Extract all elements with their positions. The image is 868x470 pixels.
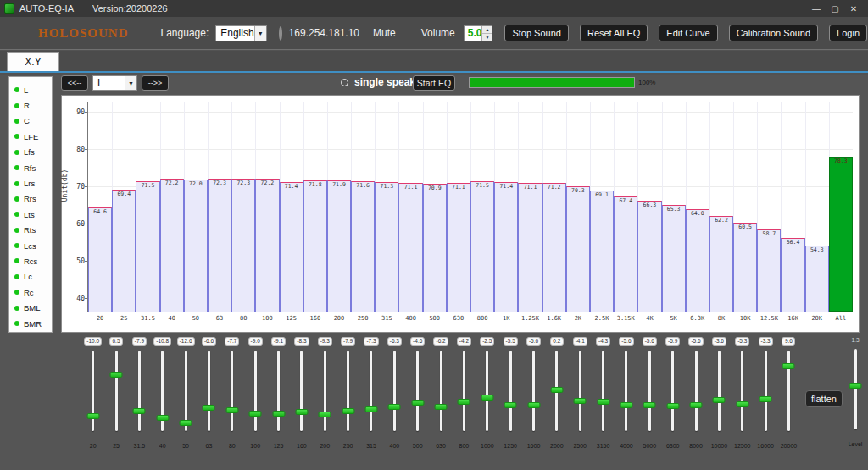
slider-knob[interactable]: [481, 395, 493, 401]
slider-knob[interactable]: [364, 406, 377, 412]
slider-track[interactable]: [393, 351, 396, 431]
slider-track[interactable]: [765, 351, 767, 431]
speaker-select[interactable]: L ▼: [92, 75, 137, 91]
slider-track[interactable]: [300, 351, 303, 431]
slider-knob[interactable]: [86, 413, 99, 419]
edit-curve-button[interactable]: Edit Curve: [659, 25, 717, 41]
channel-item[interactable]: Rts: [9, 223, 52, 238]
slider-knob[interactable]: [295, 409, 308, 415]
slider-knob[interactable]: [458, 399, 470, 405]
bar-all: [829, 157, 853, 312]
stop-sound-button[interactable]: Stop Sound: [504, 25, 569, 41]
slider-knob[interactable]: [110, 372, 123, 378]
slider-knob[interactable]: [133, 408, 146, 414]
slider-track[interactable]: [509, 351, 512, 431]
slider-knob[interactable]: [249, 411, 262, 417]
slider-knob[interactable]: [574, 398, 587, 404]
slider-knob[interactable]: [411, 400, 424, 406]
slider-track[interactable]: [440, 351, 442, 431]
slider-track[interactable]: [347, 351, 349, 431]
channel-item[interactable]: Lrs: [9, 175, 52, 191]
slider-knob[interactable]: [319, 412, 331, 417]
maximize-icon[interactable]: ▢: [827, 4, 843, 14]
slider-track[interactable]: [787, 351, 790, 431]
slider-track[interactable]: [718, 351, 721, 431]
slider-knob[interactable]: [782, 363, 795, 369]
slider-track[interactable]: [486, 351, 488, 431]
channel-item[interactable]: C: [9, 113, 52, 129]
slider-knob[interactable]: [666, 403, 679, 409]
slider-track[interactable]: [854, 349, 857, 429]
channel-item[interactable]: Lfs: [9, 145, 52, 160]
slider-knob[interactable]: [849, 383, 862, 389]
channel-item[interactable]: Lcs: [9, 238, 52, 253]
minimize-icon[interactable]: —: [809, 4, 824, 14]
slider-track[interactable]: [625, 351, 627, 431]
language-select[interactable]: English ▼: [215, 25, 266, 41]
slider-knob[interactable]: [388, 404, 401, 410]
slider-knob[interactable]: [713, 397, 726, 403]
next-speaker-button[interactable]: -->>: [142, 75, 169, 91]
slider-knob[interactable]: [597, 399, 609, 405]
slider-track[interactable]: [231, 351, 233, 431]
slider-knob[interactable]: [620, 402, 632, 408]
volume-stepper[interactable]: 5.0 ▲ ▼: [464, 25, 493, 41]
slider-track[interactable]: [138, 351, 141, 431]
slider-knob[interactable]: [527, 402, 540, 408]
close-icon[interactable]: ✕: [846, 4, 861, 14]
slider-track[interactable]: [671, 351, 674, 431]
slider-track[interactable]: [648, 351, 651, 431]
slider-track[interactable]: [324, 351, 326, 431]
slider-knob[interactable]: [203, 405, 215, 411]
slider-track[interactable]: [741, 351, 743, 431]
slider-knob[interactable]: [550, 387, 563, 393]
channel-item[interactable]: R: [9, 97, 52, 113]
reset-all-eq-button[interactable]: Reset All EQ: [580, 25, 648, 41]
slider-track[interactable]: [370, 351, 372, 431]
slider-knob[interactable]: [504, 402, 517, 408]
slider-knob[interactable]: [225, 407, 238, 413]
slider-track[interactable]: [416, 351, 419, 431]
channel-item[interactable]: Rrs: [9, 191, 52, 207]
channel-item[interactable]: L: [9, 82, 52, 97]
slider-track[interactable]: [463, 351, 465, 431]
slider-knob[interactable]: [342, 408, 354, 414]
channel-item[interactable]: Lts: [9, 207, 52, 222]
slider-track[interactable]: [208, 351, 210, 431]
volume-up-icon[interactable]: ▲: [482, 26, 492, 34]
slider-knob[interactable]: [272, 411, 285, 417]
flatten-button[interactable]: flatten: [805, 390, 843, 407]
channel-item[interactable]: Rfs: [9, 160, 52, 175]
channel-item[interactable]: BML: [9, 300, 52, 315]
channel-item[interactable]: Lc: [9, 269, 52, 285]
channel-item[interactable]: LFE: [9, 129, 52, 144]
slider-track[interactable]: [185, 351, 187, 431]
slider-track[interactable]: [579, 351, 581, 431]
slider-knob[interactable]: [156, 415, 169, 421]
slider-track[interactable]: [161, 351, 164, 431]
prev-speaker-button[interactable]: <<--: [61, 75, 88, 91]
slider-knob[interactable]: [435, 404, 448, 410]
slider-knob[interactable]: [643, 402, 656, 408]
channel-item[interactable]: Rc: [9, 285, 52, 300]
channel-item[interactable]: BMR: [9, 316, 52, 331]
slider-track[interactable]: [115, 351, 118, 431]
slider-track[interactable]: [555, 351, 558, 431]
slider-track[interactable]: [695, 351, 698, 431]
login-button[interactable]: Login: [829, 25, 867, 41]
slider-track[interactable]: [602, 351, 604, 431]
channel-item[interactable]: Rcs: [9, 253, 52, 268]
slider-knob[interactable]: [736, 401, 748, 407]
slider-knob[interactable]: [690, 402, 703, 408]
volume-down-icon[interactable]: ▼: [482, 34, 492, 41]
single-speaker-radio[interactable]: [341, 79, 348, 86]
start-eq-button[interactable]: Start EQ: [413, 75, 455, 91]
slider-track[interactable]: [532, 351, 535, 431]
slider-knob[interactable]: [760, 396, 772, 402]
slider-track[interactable]: [92, 351, 94, 431]
calibration-sound-button[interactable]: Calibration Sound: [729, 25, 818, 41]
tab-xy[interactable]: X.Y: [7, 52, 59, 71]
slider-track[interactable]: [254, 351, 257, 431]
slider-knob[interactable]: [180, 420, 192, 426]
slider-track[interactable]: [277, 351, 280, 431]
